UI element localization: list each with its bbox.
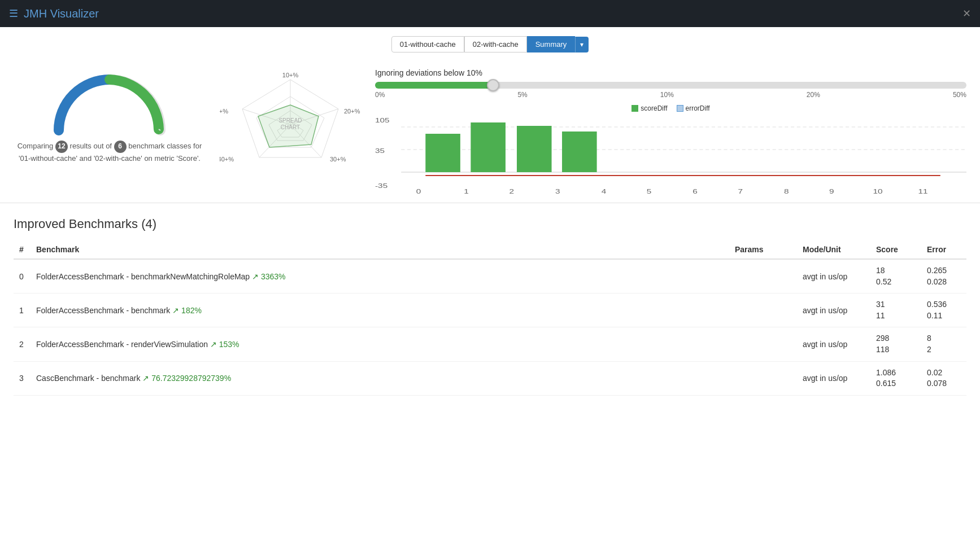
table-header-row: # Benchmark Params Mode/Unit Score Error bbox=[14, 240, 966, 259]
section-title: Improved Benchmarks (4) bbox=[14, 217, 966, 231]
error-diff-label: errorDiff bbox=[686, 104, 710, 112]
table-row: 3 CascBenchmark - benchmark ↗ 76.7232992… bbox=[14, 361, 966, 395]
svg-text:2: 2 bbox=[509, 189, 514, 195]
score-diff-icon bbox=[631, 105, 638, 112]
error-line-1: 0.536 bbox=[927, 299, 961, 310]
legend-error-diff: errorDiff bbox=[677, 104, 710, 112]
svg-text:6: 6 bbox=[692, 189, 698, 195]
row-num: 2 bbox=[14, 327, 31, 361]
col-header-error: Error bbox=[921, 240, 966, 259]
svg-text:3: 3 bbox=[555, 189, 560, 195]
tab-summary[interactable]: Summary bbox=[527, 36, 576, 52]
benchmarks-table: # Benchmark Params Mode/Unit Score Error… bbox=[14, 240, 966, 396]
right-panel: Ignoring deviations below 10% 0% 5% 10% … bbox=[375, 68, 966, 189]
col-header-benchmark: Benchmark bbox=[31, 240, 729, 259]
error-line-1: 0.02 bbox=[927, 367, 961, 379]
svg-text:35: 35 bbox=[375, 148, 385, 155]
svg-text:10: 10 bbox=[873, 189, 882, 195]
score-line-1: 298 bbox=[876, 333, 916, 344]
improvement-pct: 3363% bbox=[261, 272, 286, 281]
error-diff-icon bbox=[677, 105, 683, 112]
row-benchmark: FolderAccessBenchmark - benchmarkNewMatc… bbox=[31, 259, 729, 293]
score-line-1: 18 bbox=[876, 265, 916, 277]
deviation-label: Ignoring deviations below 10% bbox=[375, 68, 966, 77]
row-params bbox=[729, 327, 797, 361]
svg-rect-27 bbox=[562, 132, 597, 172]
tab-bar: 01-without-cache 02-with-cache Summary ▾ bbox=[0, 27, 980, 59]
row-score: 1.086 0.615 bbox=[870, 361, 921, 395]
row-error: 0.265 0.028 bbox=[921, 259, 966, 293]
row-mode-unit: avgt in us/op bbox=[797, 361, 870, 395]
row-params bbox=[729, 361, 797, 395]
results-label: results out of bbox=[70, 142, 114, 150]
row-error: 8 2 bbox=[921, 327, 966, 361]
score-line-1: 1.086 bbox=[876, 367, 916, 379]
tab-with-cache[interactable]: 02-with-cache bbox=[464, 36, 527, 52]
row-mode-unit: avgt in us/op bbox=[797, 293, 870, 327]
score-line-2: 11 bbox=[876, 310, 916, 322]
summary-section: Comparing 12 results out of 6 benchmark … bbox=[0, 59, 980, 198]
row-num: 3 bbox=[14, 361, 31, 395]
row-mode-unit: avgt in us/op bbox=[797, 259, 870, 293]
row-num: 1 bbox=[14, 293, 31, 327]
col-header-params: Params bbox=[729, 240, 797, 259]
row-score: 18 0.52 bbox=[870, 259, 921, 293]
svg-text:11: 11 bbox=[918, 189, 927, 195]
svg-text:105: 105 bbox=[375, 117, 390, 124]
svg-text:8: 8 bbox=[784, 189, 789, 195]
svg-text:4: 4 bbox=[602, 189, 607, 195]
slider-label-5: 5% bbox=[517, 91, 527, 99]
row-benchmark: CascBenchmark - benchmark ↗ 76.723299287… bbox=[31, 361, 729, 395]
slider-container bbox=[375, 82, 966, 89]
col-header-num: # bbox=[14, 240, 31, 259]
svg-text:9: 9 bbox=[829, 189, 834, 195]
legend-score-diff: scoreDiff bbox=[631, 104, 667, 112]
error-line-2: 0.028 bbox=[927, 277, 961, 288]
error-line-1: 0.265 bbox=[927, 265, 961, 277]
tab-without-cache[interactable]: 01-without-cache bbox=[391, 36, 464, 52]
col-header-score: Score bbox=[870, 240, 921, 259]
row-score: 298 118 bbox=[870, 327, 921, 361]
score-line-2: 0.615 bbox=[876, 378, 916, 389]
row-params bbox=[729, 293, 797, 327]
row-benchmark: FolderAccessBenchmark - benchmark ↗ 182% bbox=[31, 293, 729, 327]
svg-rect-26 bbox=[517, 126, 552, 172]
score-line-2: 0.52 bbox=[876, 277, 916, 288]
row-score: 31 11 bbox=[870, 293, 921, 327]
table-row: 2 FolderAccessBenchmark - renderViewSimu… bbox=[14, 327, 966, 361]
svg-text:-35: -35 bbox=[375, 183, 387, 190]
svg-text:20+%: 20+% bbox=[344, 108, 360, 115]
improvement-pct: 153% bbox=[219, 340, 239, 349]
gauge-description: Comparing 12 results out of 6 benchmark … bbox=[14, 141, 206, 165]
improvement-pct: 182% bbox=[181, 306, 202, 315]
table-row: 1 FolderAccessBenchmark - benchmark ↗ 18… bbox=[14, 293, 966, 327]
slider-labels: 0% 5% 10% 20% 50% bbox=[375, 91, 966, 99]
score-diff-label: scoreDiff bbox=[641, 104, 667, 112]
row-mode-unit: avgt in us/op bbox=[797, 327, 870, 361]
slider-label-10: 10% bbox=[660, 91, 674, 99]
improvement-arrow: ↗ bbox=[172, 306, 179, 315]
svg-text:7: 7 bbox=[738, 189, 743, 195]
svg-text:0: 0 bbox=[416, 189, 421, 195]
improvement-arrow: ↗ bbox=[210, 340, 217, 349]
col-header-mode: Mode/Unit bbox=[797, 240, 870, 259]
slider-track bbox=[375, 82, 966, 89]
tab-summary-dropdown[interactable]: ▾ bbox=[575, 37, 589, 52]
error-line-1: 8 bbox=[927, 333, 961, 344]
svg-rect-25 bbox=[471, 122, 506, 172]
error-line-2: 0.11 bbox=[927, 310, 961, 322]
slider-label-0: 0% bbox=[375, 91, 385, 99]
svg-text:5: 5 bbox=[647, 189, 652, 195]
svg-rect-24 bbox=[425, 134, 460, 172]
slider-thumb[interactable] bbox=[487, 79, 499, 91]
gauge-chart bbox=[47, 68, 172, 136]
svg-text:CHART: CHART bbox=[281, 124, 300, 130]
results-badge: 12 bbox=[55, 141, 68, 153]
score-line-2: 118 bbox=[876, 344, 916, 356]
comparing-label: Comparing bbox=[18, 142, 55, 150]
svg-text:50+%: 50+% bbox=[220, 108, 228, 115]
close-icon[interactable]: ✕ bbox=[962, 7, 971, 20]
error-line-2: 2 bbox=[927, 344, 961, 356]
score-line-1: 31 bbox=[876, 299, 916, 310]
chart-legend: scoreDiff errorDiff bbox=[375, 104, 966, 112]
